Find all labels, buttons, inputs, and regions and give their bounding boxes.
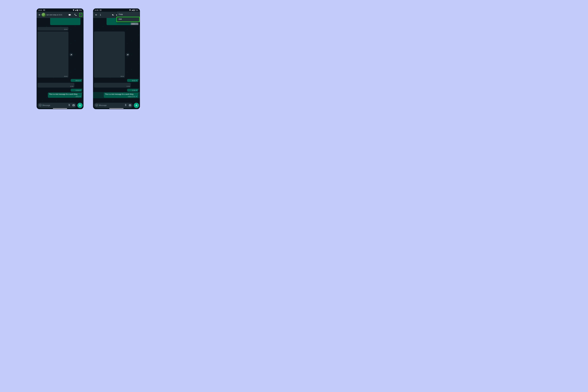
battery-percent: 70% [79, 9, 82, 11]
chat-scroll-area[interactable]: 09:54 09:56 11:56 11:56 This is a test m… [93, 18, 140, 102]
battery-percent: 70% [135, 9, 138, 11]
message-timestamp: Edited 14:41 [128, 96, 137, 97]
message-timestamp: 11:56 [132, 90, 137, 91]
chat-scroll-area[interactable]: 09:54 09:54 09:56 11:56 11:56 [36, 18, 84, 102]
back-button[interactable] [94, 13, 98, 17]
gmail-icon [100, 10, 102, 11]
message-out-test[interactable]: This is a test message for a work thing … [48, 92, 82, 98]
svg-rect-2 [77, 10, 78, 11]
read-ticks-icon [136, 80, 137, 81]
nav-pill [109, 108, 124, 109]
message-timestamp: 09:54 [64, 29, 68, 30]
message-timestamp: 11:56 [126, 86, 130, 87]
contact-title-area[interactable]: last seen today at 13:21 [46, 14, 68, 16]
message-timestamp: 09:54 [120, 76, 124, 77]
message-timestamp: 09:56 [132, 80, 137, 81]
svg-point-16 [130, 105, 130, 106]
message-in-bar[interactable]: 11:56 [38, 83, 74, 88]
message-timestamp: 09:56 [76, 80, 81, 81]
voice-record-button[interactable] [134, 103, 139, 108]
svg-point-14 [96, 105, 96, 105]
voice-record-button[interactable] [77, 103, 82, 108]
svg-point-6 [39, 104, 41, 106]
message-in-image-large[interactable]: 09:54 [38, 32, 68, 78]
svg-point-3 [80, 14, 81, 14]
message-out-small-2[interactable]: 11:56 [71, 89, 82, 92]
status-time: 14:41 [38, 9, 42, 11]
attach-button[interactable] [124, 104, 127, 107]
message-text-field[interactable]: Message [38, 103, 76, 108]
message-timestamp: 09:54 [64, 76, 68, 77]
svg-rect-1 [78, 9, 78, 10]
gmail-icon [43, 10, 45, 11]
media-thumbnail[interactable]: 09:54 ✓✓ [131, 23, 138, 25]
camera-button[interactable] [72, 104, 75, 107]
message-out-small-1[interactable]: 09:56 [127, 79, 138, 82]
status-bar: 14:45 70% [93, 8, 140, 12]
message-timestamp: 14:41 [76, 96, 81, 97]
text-cursor [42, 104, 43, 106]
svg-point-4 [80, 15, 81, 15]
svg-point-7 [40, 105, 40, 105]
read-ticks-icon [79, 90, 81, 91]
message-text-field[interactable]: Message [94, 103, 133, 108]
status-bar: 14:41 70% [36, 8, 84, 12]
read-ticks-icon [136, 96, 137, 97]
read-ticks-icon [136, 90, 137, 91]
svg-point-13 [96, 104, 98, 106]
selection-count: 1 [100, 14, 101, 16]
emoji-button[interactable] [95, 103, 98, 108]
phone-right: 14:45 70% 1 Copy Edit 09:54 ✓✓ [93, 8, 140, 109]
back-button[interactable] [38, 13, 41, 17]
message-in-bar[interactable]: 11:56 [94, 83, 131, 88]
attach-button[interactable] [68, 104, 70, 107]
signal-icon [132, 10, 133, 11]
message-out-small-1[interactable]: 09:56 [71, 79, 82, 82]
video-call-button[interactable] [68, 13, 72, 17]
chat-app-bar: last seen today at 13:21 [36, 12, 84, 18]
message-timestamp: 11:56 [70, 86, 74, 87]
svg-point-8 [40, 105, 41, 105]
more-options-button[interactable] [79, 13, 82, 17]
message-placeholder: Message [99, 104, 124, 106]
contact-avatar[interactable] [42, 13, 46, 17]
message-in-image-small[interactable]: 09:54 [38, 27, 68, 30]
svg-point-15 [97, 105, 97, 105]
read-ticks-icon [79, 80, 81, 81]
message-out-test-selected[interactable]: This is a test message for a work thing.… [104, 92, 138, 98]
wifi-icon [129, 10, 131, 11]
camera-button[interactable] [129, 104, 132, 107]
last-seen-text: last seen today at 13:21 [46, 14, 68, 16]
emoji-button[interactable] [38, 103, 42, 108]
battery-icon [134, 9, 134, 11]
svg-rect-11 [134, 9, 134, 10]
status-time: 14:45 [95, 9, 98, 11]
svg-point-9 [73, 105, 74, 106]
phone-left: 14:41 70% last seen today at 13:21 [36, 8, 84, 109]
message-out-stub-top[interactable] [50, 18, 80, 25]
nav-pill [53, 108, 67, 109]
context-menu: Copy Edit 09:54 ✓✓ [117, 12, 139, 22]
svg-rect-12 [134, 10, 134, 11]
message-timestamp: 11:56 [76, 90, 81, 91]
reply-button[interactable] [111, 13, 115, 17]
wifi-icon [73, 10, 74, 11]
signal-icon [75, 10, 76, 11]
message-in-image-large[interactable]: 09:54 [94, 32, 125, 78]
read-ticks-icon [79, 96, 81, 97]
voice-call-button[interactable] [74, 13, 78, 17]
forward-button[interactable] [70, 53, 73, 56]
forward-button[interactable] [126, 53, 129, 56]
menu-item-copy[interactable]: Copy [117, 12, 139, 17]
message-placeholder: Message [42, 104, 68, 106]
message-out-small-2[interactable]: 11:56 [127, 89, 138, 92]
battery-icon [77, 9, 78, 11]
menu-item-edit[interactable]: Edit [117, 17, 139, 22]
text-cursor [99, 104, 99, 106]
svg-point-5 [80, 15, 81, 16]
